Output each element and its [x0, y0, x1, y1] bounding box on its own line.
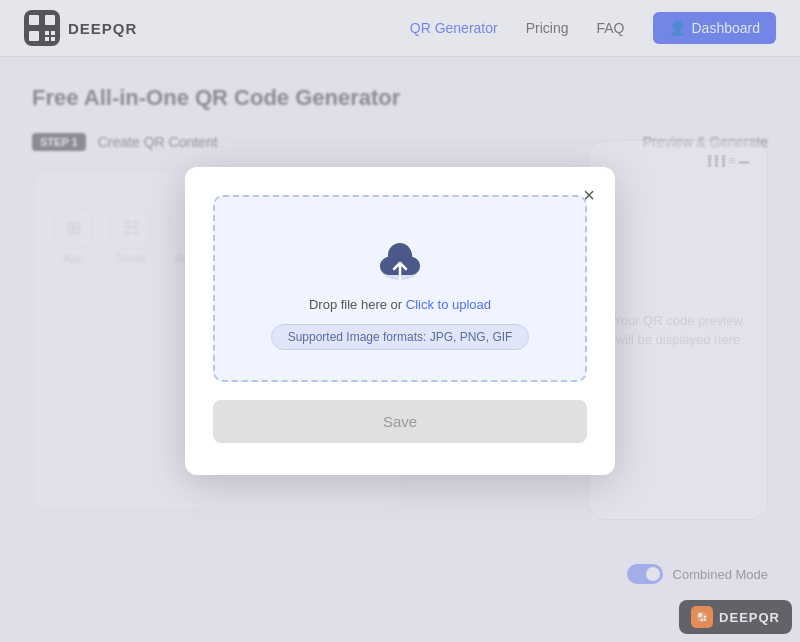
- upload-modal: × Drop file here or Click to upload Supp…: [185, 167, 615, 475]
- format-badge: Supported Image formats: JPG, PNG, GIF: [271, 324, 530, 350]
- upload-icon: [372, 237, 428, 285]
- drop-text: Drop file here or Click to upload: [309, 297, 491, 312]
- save-button[interactable]: Save: [213, 400, 587, 443]
- modal-close-button[interactable]: ×: [579, 181, 599, 209]
- modal-overlay: × Drop file here or Click to upload Supp…: [0, 0, 800, 642]
- upload-link[interactable]: Click to upload: [406, 297, 491, 312]
- dropzone[interactable]: Drop file here or Click to upload Suppor…: [213, 195, 587, 382]
